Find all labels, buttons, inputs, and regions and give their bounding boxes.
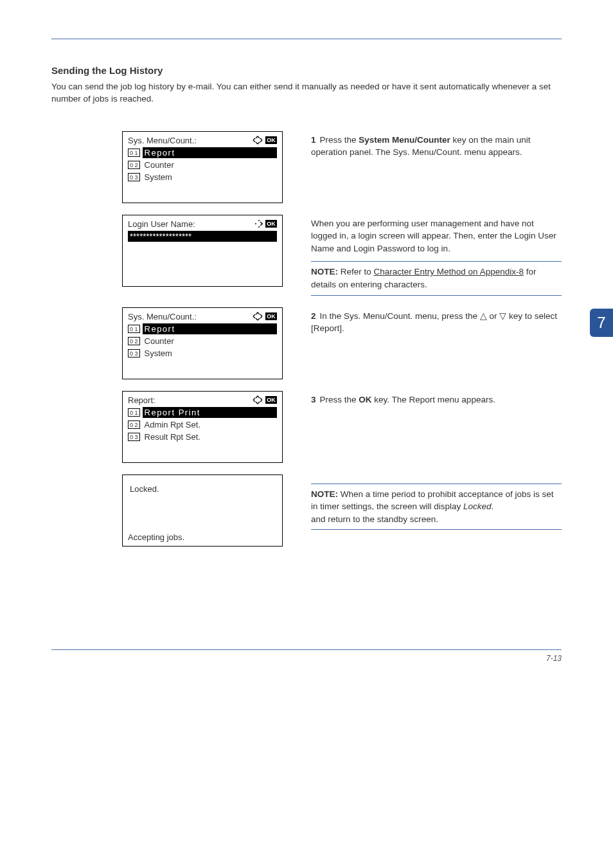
panel-title: Login User Name: xyxy=(128,219,195,229)
menu-item-selected: Report xyxy=(143,323,277,334)
svg-point-3 xyxy=(258,226,260,228)
menu-item: System xyxy=(143,348,277,358)
menu-item-selected: Report Print xyxy=(143,407,277,418)
lcd-panel-5: Locked. Accepting jobs. xyxy=(122,475,283,547)
svg-text:OK: OK xyxy=(267,397,276,403)
intro-text: You can send the job log history by e-ma… xyxy=(51,81,562,105)
num-badge: 0 2 xyxy=(128,337,140,345)
nav-ok-icon: OK xyxy=(252,395,277,404)
menu-item: Result Rpt Set. xyxy=(143,432,277,442)
nav-ok-icon: OK xyxy=(252,136,277,145)
section-title: Sending the Log History xyxy=(51,65,562,76)
note-label: NOTE: xyxy=(311,267,338,276)
step-text: Press the xyxy=(320,395,359,404)
lcd-panel-3: Sys. Menu/Count.: OK 0 1Report 0 2Counte… xyxy=(122,307,283,379)
num-badge: 0 1 xyxy=(128,149,140,157)
svg-text:OK: OK xyxy=(267,221,276,227)
lcd-panel-1: Sys. Menu/Count.: OK 0 1Report 0 2Counte… xyxy=(122,131,283,203)
note-block: NOTE: Refer to Character Entry Method on… xyxy=(311,261,562,295)
nav-ok-icon: OK xyxy=(252,312,277,321)
chapter-tab: 7 xyxy=(590,309,613,337)
svg-text:OK: OK xyxy=(267,313,276,320)
panel-title: Sys. Menu/Count.: xyxy=(128,136,197,145)
menu-item-selected: Report xyxy=(143,147,277,158)
menu-item: Admin Rpt Set. xyxy=(143,420,277,429)
step-text: In the Sys. Menu/Count. menu, press the … xyxy=(311,311,557,334)
menu-item: Counter xyxy=(143,160,277,170)
panel-text: Accepting jobs. xyxy=(128,532,184,542)
panel-text: Locked. xyxy=(128,484,277,494)
page-footer: 7-13 xyxy=(51,649,562,663)
panel-title: Sys. Menu/Count.: xyxy=(128,312,197,321)
input-value: ******************* xyxy=(128,231,277,242)
num-badge: 0 1 xyxy=(128,325,140,333)
menu-item: System xyxy=(143,172,277,182)
note-label: NOTE: xyxy=(311,489,338,499)
num-badge: 0 1 xyxy=(128,408,140,417)
step-text: When you are performing user management … xyxy=(311,217,562,255)
num-badge: 0 3 xyxy=(128,173,140,181)
note-text: and return to the standby screen. xyxy=(311,514,438,524)
svg-point-2 xyxy=(258,220,260,221)
key-name: System Menu/Counter xyxy=(359,135,450,145)
panel-title: Report: xyxy=(128,395,155,405)
step-text: key. The Report menu appears. xyxy=(372,395,495,404)
note-text: Refer to xyxy=(341,267,374,276)
step-number: 1 xyxy=(311,135,316,145)
num-badge: 0 2 xyxy=(128,420,140,429)
svg-text:OK: OK xyxy=(267,137,276,143)
step-number: 2 xyxy=(311,311,316,321)
note-block: NOTE: When a time period to prohibit acc… xyxy=(311,484,562,530)
lcd-panel-4: Report: OK 0 1Report Print 0 2Admin Rpt … xyxy=(122,391,283,463)
svg-point-4 xyxy=(255,223,256,224)
note-link: Character Entry Method on Appendix-8 xyxy=(374,267,524,276)
menu-item: Counter xyxy=(143,336,277,346)
nav-ok-icon: OK xyxy=(254,219,277,228)
step-number: 3 xyxy=(311,395,316,404)
num-badge: 0 2 xyxy=(128,161,140,169)
key-name: OK xyxy=(359,395,371,404)
num-badge: 0 3 xyxy=(128,433,140,441)
note-text: When a time period to prohibit acceptanc… xyxy=(311,489,553,512)
note-italic: Locked. xyxy=(463,502,493,511)
step-text: Press the xyxy=(320,135,359,145)
lcd-panel-2: Login User Name: OK ******************* xyxy=(122,215,283,287)
num-badge: 0 3 xyxy=(128,349,140,357)
